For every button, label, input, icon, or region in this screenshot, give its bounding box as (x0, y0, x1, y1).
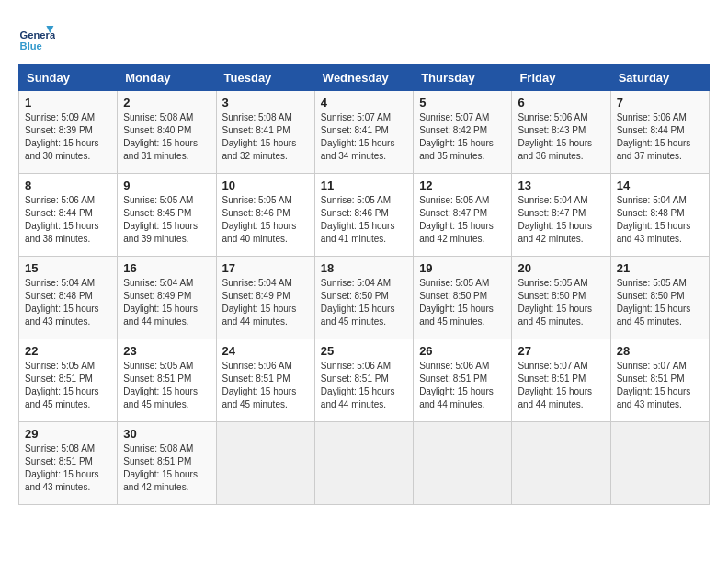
day-number: 28 (617, 344, 703, 358)
day-info: Sunrise: 5:07 AMSunset: 8:51 PMDaylight:… (617, 361, 691, 409)
day-number: 17 (222, 261, 309, 275)
day-number: 20 (518, 261, 604, 275)
col-header-tuesday: Tuesday (216, 65, 314, 91)
day-number: 5 (419, 96, 506, 109)
col-header-friday: Friday (512, 65, 610, 91)
day-number: 7 (617, 96, 703, 109)
day-number: 4 (321, 96, 407, 109)
table-row (610, 422, 709, 505)
day-info: Sunrise: 5:04 AMSunset: 8:47 PMDaylight:… (518, 195, 592, 244)
table-row: 5 Sunrise: 5:07 AMSunset: 8:42 PMDayligh… (414, 91, 512, 174)
day-number: 12 (419, 178, 506, 192)
day-info: Sunrise: 5:04 AMSunset: 8:49 PMDaylight:… (123, 278, 198, 327)
table-row: 24 Sunrise: 5:06 AMSunset: 8:51 PMDaylig… (216, 339, 314, 422)
table-row: 23 Sunrise: 5:05 AMSunset: 8:51 PMDaylig… (118, 339, 216, 422)
day-info: Sunrise: 5:04 AMSunset: 8:49 PMDaylight:… (222, 278, 297, 327)
day-number: 2 (123, 96, 210, 109)
table-row (414, 422, 512, 505)
day-info: Sunrise: 5:05 AMSunset: 8:46 PMDaylight:… (321, 195, 395, 244)
day-number: 11 (321, 178, 407, 192)
page-header: General Blue (18, 18, 710, 55)
table-row: 20 Sunrise: 5:05 AMSunset: 8:50 PMDaylig… (512, 257, 610, 339)
day-number: 24 (222, 344, 309, 358)
day-info: Sunrise: 5:06 AMSunset: 8:44 PMDaylight:… (25, 195, 99, 244)
day-info: Sunrise: 5:07 AMSunset: 8:51 PMDaylight:… (518, 361, 592, 409)
table-row: 13 Sunrise: 5:04 AMSunset: 8:47 PMDaylig… (512, 174, 610, 257)
day-info: Sunrise: 5:05 AMSunset: 8:51 PMDaylight:… (123, 361, 198, 409)
table-row: 6 Sunrise: 5:06 AMSunset: 8:43 PMDayligh… (512, 91, 610, 174)
day-number: 18 (321, 261, 407, 275)
day-info: Sunrise: 5:08 AMSunset: 8:41 PMDaylight:… (222, 112, 297, 161)
table-row: 7 Sunrise: 5:06 AMSunset: 8:44 PMDayligh… (610, 91, 709, 174)
table-row: 15 Sunrise: 5:04 AMSunset: 8:48 PMDaylig… (19, 257, 118, 339)
svg-text:Blue: Blue (20, 40, 42, 52)
day-number: 29 (25, 427, 111, 441)
day-info: Sunrise: 5:05 AMSunset: 8:50 PMDaylight:… (518, 278, 592, 327)
day-info: Sunrise: 5:06 AMSunset: 8:51 PMDaylight:… (321, 361, 395, 409)
calendar-table: SundayMondayTuesdayWednesdayThursdayFrid… (18, 64, 710, 505)
table-row: 2 Sunrise: 5:08 AMSunset: 8:40 PMDayligh… (118, 91, 216, 174)
day-number: 8 (25, 178, 111, 192)
table-row: 17 Sunrise: 5:04 AMSunset: 8:49 PMDaylig… (216, 257, 314, 339)
table-row: 3 Sunrise: 5:08 AMSunset: 8:41 PMDayligh… (216, 91, 314, 174)
table-row: 29 Sunrise: 5:08 AMSunset: 8:51 PMDaylig… (19, 422, 118, 505)
day-info: Sunrise: 5:04 AMSunset: 8:50 PMDaylight:… (321, 278, 395, 327)
day-info: Sunrise: 5:06 AMSunset: 8:44 PMDaylight:… (617, 112, 691, 161)
day-info: Sunrise: 5:06 AMSunset: 8:43 PMDaylight:… (518, 112, 592, 161)
day-number: 3 (222, 96, 309, 109)
table-row: 25 Sunrise: 5:06 AMSunset: 8:51 PMDaylig… (314, 339, 413, 422)
day-info: Sunrise: 5:05 AMSunset: 8:47 PMDaylight:… (419, 195, 494, 244)
day-info: Sunrise: 5:08 AMSunset: 8:51 PMDaylight:… (123, 443, 198, 492)
day-number: 1 (25, 96, 111, 109)
day-number: 25 (321, 344, 407, 358)
table-row: 19 Sunrise: 5:05 AMSunset: 8:50 PMDaylig… (414, 257, 512, 339)
table-row: 8 Sunrise: 5:06 AMSunset: 8:44 PMDayligh… (19, 174, 118, 257)
col-header-monday: Monday (118, 65, 216, 91)
table-row: 1 Sunrise: 5:09 AMSunset: 8:39 PMDayligh… (19, 91, 118, 174)
table-row: 26 Sunrise: 5:06 AMSunset: 8:51 PMDaylig… (414, 339, 512, 422)
day-number: 10 (222, 178, 309, 192)
col-header-wednesday: Wednesday (314, 65, 413, 91)
day-number: 15 (25, 261, 111, 275)
day-info: Sunrise: 5:08 AMSunset: 8:40 PMDaylight:… (123, 112, 198, 161)
day-number: 16 (123, 261, 210, 275)
table-row (216, 422, 314, 505)
day-number: 6 (518, 96, 604, 109)
table-row: 18 Sunrise: 5:04 AMSunset: 8:50 PMDaylig… (314, 257, 413, 339)
day-number: 9 (123, 178, 210, 192)
day-number: 14 (617, 178, 703, 192)
table-row: 28 Sunrise: 5:07 AMSunset: 8:51 PMDaylig… (610, 339, 709, 422)
day-info: Sunrise: 5:09 AMSunset: 8:39 PMDaylight:… (25, 112, 99, 161)
table-row: 21 Sunrise: 5:05 AMSunset: 8:50 PMDaylig… (610, 257, 709, 339)
day-number: 22 (25, 344, 111, 358)
day-info: Sunrise: 5:07 AMSunset: 8:41 PMDaylight:… (321, 112, 395, 161)
day-number: 21 (617, 261, 703, 275)
day-number: 30 (123, 427, 210, 441)
day-number: 19 (419, 261, 506, 275)
table-row: 30 Sunrise: 5:08 AMSunset: 8:51 PMDaylig… (118, 422, 216, 505)
day-number: 27 (518, 344, 604, 358)
table-row: 4 Sunrise: 5:07 AMSunset: 8:41 PMDayligh… (314, 91, 413, 174)
table-row: 14 Sunrise: 5:04 AMSunset: 8:48 PMDaylig… (610, 174, 709, 257)
day-info: Sunrise: 5:08 AMSunset: 8:51 PMDaylight:… (25, 443, 99, 492)
day-info: Sunrise: 5:04 AMSunset: 8:48 PMDaylight:… (617, 195, 691, 244)
day-number: 13 (518, 178, 604, 192)
col-header-saturday: Saturday (610, 65, 709, 91)
day-number: 26 (419, 344, 506, 358)
table-row: 12 Sunrise: 5:05 AMSunset: 8:47 PMDaylig… (414, 174, 512, 257)
day-info: Sunrise: 5:04 AMSunset: 8:48 PMDaylight:… (25, 278, 99, 327)
table-row (512, 422, 610, 505)
table-row: 11 Sunrise: 5:05 AMSunset: 8:46 PMDaylig… (314, 174, 413, 257)
table-row: 27 Sunrise: 5:07 AMSunset: 8:51 PMDaylig… (512, 339, 610, 422)
day-number: 23 (123, 344, 210, 358)
table-row: 9 Sunrise: 5:05 AMSunset: 8:45 PMDayligh… (118, 174, 216, 257)
col-header-thursday: Thursday (414, 65, 512, 91)
logo: General Blue (18, 18, 59, 55)
table-row: 10 Sunrise: 5:05 AMSunset: 8:46 PMDaylig… (216, 174, 314, 257)
day-info: Sunrise: 5:07 AMSunset: 8:42 PMDaylight:… (419, 112, 494, 161)
day-info: Sunrise: 5:05 AMSunset: 8:50 PMDaylight:… (419, 278, 494, 327)
day-info: Sunrise: 5:06 AMSunset: 8:51 PMDaylight:… (419, 361, 494, 409)
day-info: Sunrise: 5:06 AMSunset: 8:51 PMDaylight:… (222, 361, 297, 409)
day-info: Sunrise: 5:05 AMSunset: 8:45 PMDaylight:… (123, 195, 198, 244)
day-info: Sunrise: 5:05 AMSunset: 8:50 PMDaylight:… (617, 278, 691, 327)
